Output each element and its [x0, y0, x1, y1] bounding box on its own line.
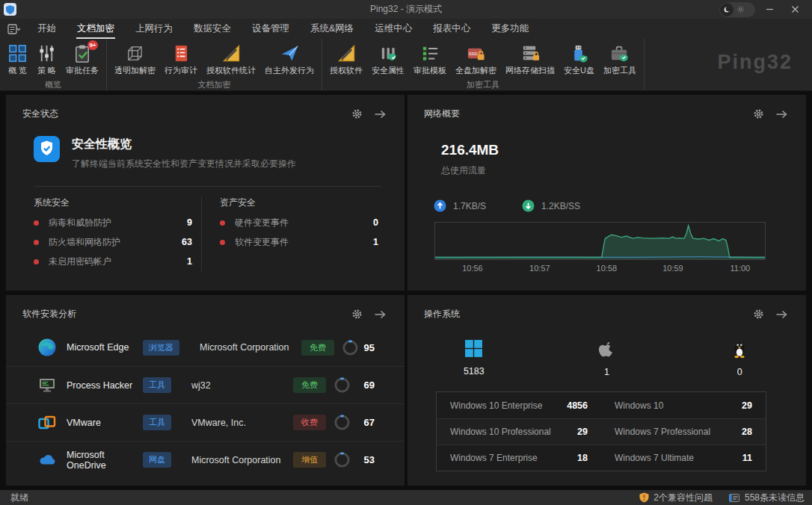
traffic-chart-x-axis: 10:5610:5710:5810:5911:00 [434, 264, 766, 274]
security-section-title: 资产安全 [220, 196, 378, 209]
menu-tab-4[interactable]: 设备管理 [242, 19, 300, 39]
apple-logo-icon [598, 339, 615, 359]
ribbon: 概 览策 略9+审批任务概览透明加解密行为审计授权软件统计自主外发行为文档加密授… [0, 39, 812, 91]
title-bar: Ping32 - 演示模式 [0, 0, 812, 19]
security-metric-row[interactable]: 硬件变更事件0 [220, 213, 378, 232]
arrow-right-icon[interactable] [374, 309, 387, 320]
ribbon-button-audit-doc[interactable]: 行为审计 [160, 42, 202, 78]
x-axis-tick: 10:56 [462, 264, 483, 273]
gear-icon[interactable] [351, 309, 363, 320]
ribbon-button-paper-plane[interactable]: 自主外发行为 [260, 42, 319, 78]
x-axis-tick: 10:57 [529, 264, 550, 273]
ribbon-button-label: 透明加解密 [114, 65, 156, 76]
ribbon-button-ruler-pencil[interactable]: 授权软件统计 [202, 42, 260, 78]
alert-dot-icon [34, 220, 39, 226]
software-name: Microsoft Edge [67, 342, 143, 353]
os-table-cell[interactable]: Windows 1029 [601, 392, 766, 418]
panel-software-analysis: 软件安装分析 Microsoft Edge浏览器Microsoft Corpor… [6, 295, 405, 486]
price-badge: 免费 [293, 377, 326, 393]
os-version-count: 11 [742, 453, 752, 463]
gear-icon[interactable] [753, 108, 764, 120]
dashboard: 安全状态 安全性概览 了解终端当前系统安全性和资产变更情况并采取必要操作 系统安… [0, 91, 812, 489]
x-axis-tick: 10:58 [597, 264, 618, 273]
os-version-count: 4856 [567, 400, 588, 411]
os-table-cell[interactable]: Windows 10 Professional29 [437, 419, 601, 444]
ribbon-button-briefcase-shield[interactable]: 加密工具 [599, 42, 641, 78]
edge-icon [37, 338, 57, 357]
security-metric-row[interactable]: 未启用密码帐户1 [34, 252, 192, 271]
software-vendor: wj32 [191, 380, 293, 391]
ribbon-button-label: 自主外发行为 [265, 65, 314, 76]
os-version-label: Windows 7 Professional [615, 427, 710, 437]
security-section-0: 系统安全病毒和威胁防护9防火墙和网络防护63未启用密码帐户1 [34, 196, 192, 271]
ribbon-group-label: 加密工具 [325, 78, 641, 93]
ribbon-button-cube[interactable]: 透明加解密 [110, 42, 160, 78]
menu-tab-3[interactable]: 数据安全 [183, 19, 242, 39]
menu-tab-6[interactable]: 运维中心 [364, 19, 422, 39]
os-table-cell[interactable]: Windows 7 Enterprise18 [437, 445, 601, 471]
menu-tab-2[interactable]: 上网行为 [125, 19, 183, 39]
security-metric-row[interactable]: 软件变更事件1 [220, 232, 378, 252]
software-row[interactable]: Microsoft OneDrive网盘Microsoft Corporatio… [6, 441, 405, 478]
ribbon-button-server-lock[interactable]: 网络存储扫描 [501, 42, 559, 78]
gear-icon[interactable] [351, 108, 363, 120]
ruler-pencil-icon [336, 43, 357, 63]
compatibility-issues[interactable]: 2个兼容性问题 [639, 492, 713, 504]
app-menu-button[interactable] [0, 19, 27, 39]
menu-tab-0[interactable]: 开始 [27, 19, 67, 39]
ribbon-button-usb-shield[interactable]: 安全U盘 [559, 42, 599, 78]
security-metric-row[interactable]: 防火墙和网络防护63 [34, 232, 192, 252]
app-icon [4, 3, 16, 16]
ribbon-button-disk-lock[interactable]: SSD全盘加解密 [451, 42, 501, 78]
ribbon-button-label: 行为审计 [164, 65, 197, 76]
menu-tab-7[interactable]: 报表中心 [422, 19, 481, 39]
unread-messages[interactable]: 558条未读信息 [729, 492, 805, 504]
theme-toggle[interactable] [719, 2, 755, 17]
metric-label: 病毒和威胁防护 [49, 217, 111, 229]
moon-icon[interactable] [720, 3, 733, 16]
software-row[interactable]: VMware工具VMware, Inc.收费67 [6, 403, 405, 441]
os-version-label: Windows 10 Enterprise [450, 400, 542, 411]
software-row[interactable]: Process Hacker工具wj32免费69 [6, 366, 405, 403]
ribbon-button-fence-shield[interactable]: 安全属性 [367, 42, 409, 78]
os-table-cell[interactable]: Windows 7 Professional28 [601, 419, 766, 444]
traffic-chart [434, 222, 766, 260]
software-row[interactable]: Microsoft Edge浏览器Microsoft Corporation免费… [6, 329, 405, 366]
security-overview-subtitle: 了解终端当前系统安全性和资产变更情况并采取必要操作 [72, 158, 296, 170]
minimize-button[interactable] [758, 1, 781, 18]
ribbon-button-template[interactable]: 审批模板 [409, 42, 451, 78]
gear-icon[interactable] [753, 309, 764, 320]
ribbon-button-clipboard-check[interactable]: 9+审批任务 [61, 42, 103, 78]
security-section-1: 资产安全硬件变更事件0软件变更事件1 [201, 196, 378, 271]
server-lock-icon [520, 43, 541, 63]
install-count: 67 [364, 417, 375, 428]
ribbon-button-grid[interactable]: 概 览 [3, 42, 32, 78]
x-axis-tick: 11:00 [731, 264, 751, 273]
svg-text:SSD: SSD [469, 52, 478, 56]
arrow-right-icon[interactable] [775, 109, 788, 120]
security-shield-icon [34, 136, 60, 162]
message-icon [729, 493, 740, 503]
os-table-cell[interactable]: Windows 10 Enterprise4856 [437, 392, 601, 418]
warning-shield-icon [639, 492, 649, 503]
security-metric-row[interactable]: 病毒和威胁防护9 [34, 213, 192, 232]
ribbon-button-sliders[interactable]: 策 略 [32, 42, 61, 78]
menu-tab-8[interactable]: 更多功能 [481, 19, 539, 39]
os-linux: 0 [673, 339, 806, 377]
os-table-cell[interactable]: Windows 7 Ultimate11 [601, 445, 766, 471]
close-button[interactable] [784, 1, 806, 18]
ribbon-button-label: 策 略 [37, 65, 56, 76]
os-apple: 1 [541, 339, 674, 377]
menu-tab-5[interactable]: 系统&网络 [300, 19, 364, 39]
arrow-right-icon[interactable] [775, 309, 788, 320]
metric-label: 未启用密码帐户 [49, 255, 111, 268]
ribbon-button-ruler-pencil[interactable]: 授权软件 [325, 42, 367, 78]
brand-logo: Ping32 [717, 51, 793, 74]
category-badge: 浏览器 [143, 340, 179, 356]
grid-icon [7, 43, 28, 63]
sun-icon[interactable] [733, 3, 747, 16]
alert-dot-icon [220, 240, 225, 245]
install-ratio-donut [333, 377, 351, 394]
menu-tab-1[interactable]: 文档加密 [67, 19, 125, 39]
arrow-right-icon[interactable] [374, 109, 387, 120]
